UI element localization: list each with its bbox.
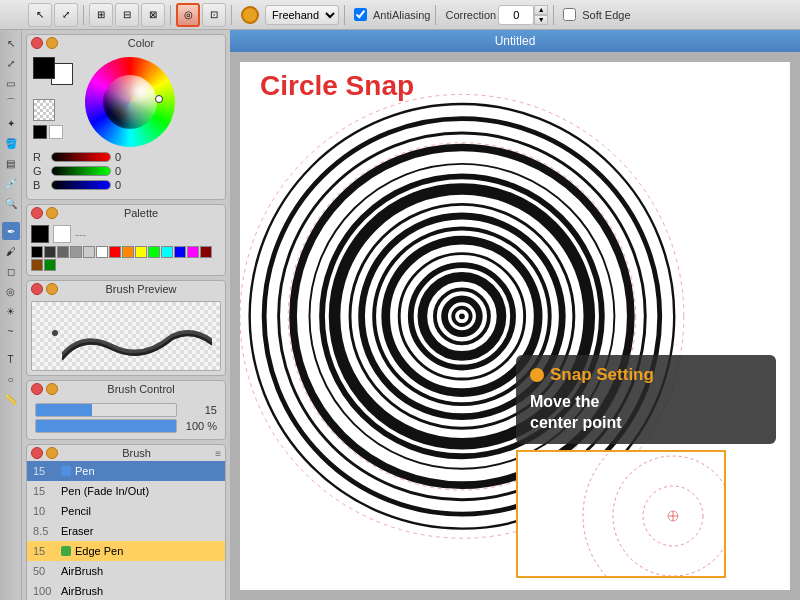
pal-white[interactable]: [96, 246, 108, 258]
b-slider[interactable]: [51, 180, 111, 190]
tool-shape[interactable]: ○: [2, 370, 20, 388]
pal-green[interactable]: [148, 246, 160, 258]
pal-darkgray[interactable]: [44, 246, 56, 258]
size-slider[interactable]: [35, 403, 177, 417]
sep6: [553, 5, 554, 25]
brush-list: 15Pen15Pen (Fade In/Out)10Pencil8.5Erase…: [27, 461, 225, 600]
correction-down[interactable]: ▼: [534, 15, 548, 25]
color-wheel-inner: [103, 75, 157, 129]
color-panel-title: Color: [61, 37, 221, 49]
color-sliders: R 0 G 0 B 0: [33, 151, 219, 191]
pal-blue[interactable]: [174, 246, 186, 258]
tool-btn-grid3[interactable]: ⊠: [141, 3, 165, 27]
brush-preview-minimize[interactable]: [46, 283, 58, 295]
tool-transform[interactable]: ⤢: [2, 54, 20, 72]
brush-list-item[interactable]: 100AirBrush: [27, 581, 225, 600]
correction-up[interactable]: ▲: [534, 5, 548, 15]
fg-swatch[interactable]: [33, 57, 55, 79]
r-slider[interactable]: [51, 152, 111, 162]
brush-list-item[interactable]: 8.5Eraser: [27, 521, 225, 541]
tool-eraser[interactable]: ◻: [2, 262, 20, 280]
tool-magic[interactable]: ✦: [2, 114, 20, 132]
tool-btn-grid2[interactable]: ⊟: [115, 3, 139, 27]
softedge-checkbox[interactable]: [563, 8, 576, 21]
palette-dash: ---: [75, 228, 86, 240]
pal-magenta[interactable]: [187, 246, 199, 258]
pal-yellow[interactable]: [135, 246, 147, 258]
pal-orange[interactable]: [122, 246, 134, 258]
tool-zoom[interactable]: 🔍: [2, 194, 20, 212]
b-slider-row: B 0: [33, 179, 219, 191]
tool-btn-grid1[interactable]: ⊞: [89, 3, 113, 27]
correction-input[interactable]: [498, 5, 534, 25]
tool-pointer[interactable]: ↖: [2, 34, 20, 52]
tool-lasso[interactable]: ⌒: [2, 94, 20, 112]
freehand-select[interactable]: Freehand: [265, 5, 339, 25]
palette-panel-close[interactable]: [31, 207, 43, 219]
pal-silver[interactable]: [83, 246, 95, 258]
tool-ruler[interactable]: 📏: [2, 390, 20, 408]
white-swatch[interactable]: [49, 125, 63, 139]
color-wheel-container[interactable]: [85, 57, 175, 147]
tool-smudge[interactable]: ~: [2, 322, 20, 340]
tool-blur[interactable]: ◎: [2, 282, 20, 300]
g-slider-row: G 0: [33, 165, 219, 177]
pal-darkgreen[interactable]: [44, 259, 56, 271]
pal-black[interactable]: [31, 246, 43, 258]
fg-bg-swatches: [33, 57, 69, 93]
g-slider[interactable]: [51, 166, 111, 176]
brush-list-item[interactable]: 15Pen (Fade In/Out): [27, 481, 225, 501]
pal-cyan[interactable]: [161, 246, 173, 258]
antialias-checkbox[interactable]: [354, 8, 367, 21]
transparency-swatch[interactable]: [33, 99, 55, 121]
g-label: G: [33, 165, 47, 177]
tool-btn-snap2[interactable]: ⊡: [202, 3, 226, 27]
brush-item-name: Pencil: [61, 505, 91, 517]
brush-control-close[interactable]: [31, 383, 43, 395]
brush-preview-close[interactable]: [31, 283, 43, 295]
brush-list-scroll[interactable]: ≡: [215, 448, 221, 459]
pal-fg[interactable]: [31, 225, 49, 243]
pal-bg[interactable]: [53, 225, 71, 243]
palette-panel-minimize[interactable]: [46, 207, 58, 219]
tool-btn-transform[interactable]: ⤢: [54, 3, 78, 27]
tool-dodge[interactable]: ☀: [2, 302, 20, 320]
palette-title: Palette: [61, 207, 221, 219]
sep4: [344, 5, 345, 25]
stroke-indicator[interactable]: [241, 6, 259, 24]
tool-bucket[interactable]: 🪣: [2, 134, 20, 152]
svg-point-22: [583, 452, 726, 578]
brush-control-area: 15 100 %: [27, 397, 225, 439]
color-panel-minimize[interactable]: [46, 37, 58, 49]
brush-item-num: 100: [33, 585, 57, 597]
tool-eyedrop[interactable]: 💉: [2, 174, 20, 192]
brush-list-item[interactable]: 15Pen: [27, 461, 225, 481]
tool-btn-circle-snap[interactable]: ◎: [176, 3, 200, 27]
tool-brush[interactable]: 🖌: [2, 242, 20, 260]
color-panel-close[interactable]: [31, 37, 43, 49]
pal-brown[interactable]: [31, 259, 43, 271]
brush-color-dot: [61, 546, 71, 556]
tool-gradient[interactable]: ▤: [2, 154, 20, 172]
tool-text[interactable]: T: [2, 350, 20, 368]
tool-pen[interactable]: ✒: [2, 222, 20, 240]
brush-list-item[interactable]: 15Edge Pen: [27, 541, 225, 561]
black-swatch[interactable]: [33, 125, 47, 139]
opacity-val: 100 %: [181, 420, 217, 432]
brush-list-item[interactable]: 10Pencil: [27, 501, 225, 521]
brush-preview-area: [31, 301, 221, 371]
brush-list-item[interactable]: 50AirBrush: [27, 561, 225, 581]
opacity-slider[interactable]: [35, 419, 177, 433]
pal-lightgray[interactable]: [70, 246, 82, 258]
brush-list-close[interactable]: [31, 447, 43, 459]
pal-darkred[interactable]: [200, 246, 212, 258]
brush-item-num: 10: [33, 505, 57, 517]
brush-control-minimize[interactable]: [46, 383, 58, 395]
pal-red[interactable]: [109, 246, 121, 258]
color-swatches: [33, 57, 69, 139]
tool-select[interactable]: ▭: [2, 74, 20, 92]
tool-btn-move[interactable]: ↖: [28, 3, 52, 27]
correction-stepper[interactable]: ▲ ▼: [534, 5, 548, 25]
brush-list-minimize[interactable]: [46, 447, 58, 459]
pal-gray[interactable]: [57, 246, 69, 258]
